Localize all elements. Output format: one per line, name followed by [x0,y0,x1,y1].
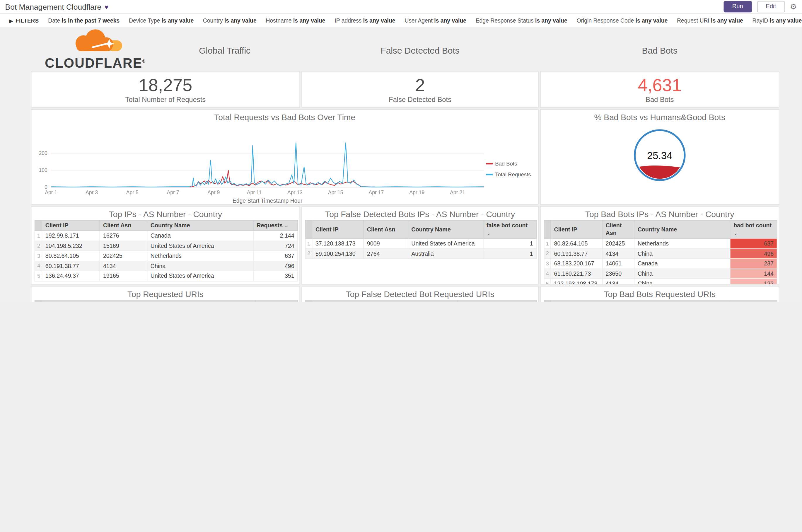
column-header[interactable]: Client Request URI Wrap [312,300,457,302]
column-header[interactable]: Client IP [551,220,602,239]
column-header[interactable]: bad bot count ⌄ [730,220,777,239]
column-header[interactable]: Client Request URI Wrap [42,300,255,302]
top-bar: Bot Management Cloudflare ♥ Run Edit ⚙ [0,0,802,14]
column-header[interactable]: false bot count ⌄ [458,300,536,302]
kpi-label: Total Number of Requests [31,96,299,104]
kpi-bad-bots: 4,631 Bad Bots [540,71,779,108]
tile-bad-ips: Top Bad Bots IPs - AS Number - Country C… [540,206,779,284]
table-false-ips: Client IPClient AsnCountry Namefalse bot… [302,220,538,259]
filter-bar: ▶FILTERS Dateis in the past 7 weeksDevic… [0,14,802,27]
filter-item[interactable]: User Agentis any value [404,17,466,23]
sort-caret-icon: ⌄ [733,231,738,236]
timeseries-chart-tile: Total Requests vs Bad Bots Over Time 010… [31,109,539,205]
chart-legend: Bad BotsTotal Requests [486,160,531,182]
dashboard: Bot Management Cloudflare ♥ Run Edit ⚙ ▶… [0,0,802,302]
svg-text:Apr 11: Apr 11 [247,190,262,195]
table-row: 5122.193.108.1734134China122 [544,279,777,284]
filter-item[interactable]: IP addressis any value [335,17,395,23]
table-row: 260.191.38.774134China496 [544,249,777,259]
column-header[interactable]: Country Name [408,220,483,239]
table-row: 2104.198.5.23215169United States of Amer… [35,241,298,251]
tile-false-uris: Top False Detected Bot Requested URIs Cl… [301,286,538,302]
filter-item[interactable]: Edge Response Statusis any value [476,17,567,23]
table-row: 368.183.200.16714061Canada237 [544,259,777,269]
table-false-uris: Client Request URI Wrapfalse bot count ⌄… [302,300,538,302]
svg-text:200: 200 [39,150,48,156]
table-row: 259.100.254.1302764Australia1 [306,249,536,259]
run-button[interactable]: Run [724,1,752,12]
gauge-tile: % Bad Bots vs Humans&Good Bots 25.34 [540,109,779,205]
svg-text:Apr 9: Apr 9 [207,190,220,195]
cloudflare-cloud-icon [64,28,126,54]
table-bad-ips: Client IPClient AsnCountry Namebad bot c… [541,220,779,284]
kpi-total-requests: 18,275 Total Number of Requests [31,71,300,108]
table-row: 380.82.64.105202425Netherlands637 [35,251,298,261]
filter-list: Dateis in the past 7 weeksDevice Typeis … [48,17,802,23]
tile-title: Top IPs - AS Number - Country [31,207,299,220]
section-title-false-bots: False Detected Bots [301,27,538,70]
tile-title: Top Bad Bots Requested URIs [541,286,779,300]
kpi-label: Bad Bots [541,96,779,104]
kpi-value: 18,275 [31,76,299,95]
gauge-title: % Bad Bots vs Humans&Good Bots [541,110,779,124]
table-row: 137.120.138.1739009United States of Amer… [306,239,536,248]
column-header[interactable]: false bot count ⌄ [483,220,536,239]
line-chart: 0100200Apr 1Apr 3Apr 5Apr 7Apr 9Apr 11Ap… [31,124,538,205]
column-header[interactable]: Client Asn [100,220,147,231]
column-header[interactable]: Requests ⌄ [253,220,298,231]
svg-text:Apr 1: Apr 1 [45,190,57,195]
filters-toggle[interactable]: ▶FILTERS [9,17,39,23]
tile-false-ips: Top False Detected Bots IPs - AS Number … [301,206,538,284]
kpi-value: 2 [302,76,538,95]
filter-item[interactable]: Origin Response Codeis any value [576,17,668,23]
column-header[interactable]: Client IP [312,220,363,239]
tile-top-ips: Top IPs - AS Number - Country Client IPC… [31,206,300,284]
table-row: 461.160.221.7323650China144 [544,269,777,279]
legend-item[interactable]: Bad Bots [486,160,531,166]
table-row: 460.191.38.774134China496 [35,261,298,271]
column-header[interactable]: Client Asn [363,220,408,239]
tile-title: Top Requested URIs [31,286,299,300]
tile-bad-uris: Top Bad Bots Requested URIs Client Reque… [540,286,779,302]
filter-item[interactable]: Request URIis any value [677,17,743,23]
legend-swatch-icon [486,163,492,164]
filter-item[interactable]: Dateis in the past 7 weeks [48,17,119,23]
sort-caret-icon: ⌄ [486,231,491,236]
kpi-false-detected-bots: 2 False Detected Bots [301,71,538,108]
column-header[interactable]: Requests ⌄ [255,300,298,302]
gauge-chart: 25.34 [631,126,689,184]
filter-item[interactable]: Device Typeis any value [129,17,194,23]
filter-item[interactable]: Hostnameis any value [266,17,325,23]
tile-title: Top False Detected Bots IPs - AS Number … [302,207,538,220]
gear-icon[interactable]: ⚙ [790,3,797,11]
tile-title: Top Bad Bots IPs - AS Number - Country [541,207,779,220]
tile-top-uris: Top Requested URIs Client Request URI Wr… [31,286,300,302]
svg-text:Apr 5: Apr 5 [126,190,138,195]
column-header[interactable]: Country Name [634,220,730,239]
sort-caret-icon: ⌄ [284,223,288,228]
column-header[interactable]: Client Asn [602,220,634,239]
table-top-ips: Client IPClient AsnCountry NameRequests … [31,220,299,281]
tile-title: Top False Detected Bot Requested URIs [302,286,538,300]
svg-text:Edge Start Timestamp Hour: Edge Start Timestamp Hour [233,197,303,204]
cloudflare-logo: CLOUDFLARE® [36,28,155,70]
svg-text:Apr 3: Apr 3 [85,190,98,195]
section-header-row: CLOUDFLARE® Global Traffic False Detecte… [31,27,802,70]
column-header[interactable]: Client IP [42,220,100,231]
filter-item[interactable]: RayIDis any value [752,17,802,23]
column-header[interactable]: Client Request URI Wrap [551,300,729,302]
column-header[interactable]: Country Name [147,220,253,231]
kpi-label: False Detected Bots [302,96,538,104]
svg-text:Apr 15: Apr 15 [328,190,343,195]
column-header[interactable]: bad bot count ⌄ [729,300,777,302]
table-row: 1192.99.8.17116276Canada2,144 [35,231,298,241]
filter-item[interactable]: Countryis any value [203,17,256,23]
legend-item[interactable]: Total Requests [486,171,531,177]
svg-text:100: 100 [39,167,48,173]
svg-text:Apr 17: Apr 17 [369,190,384,195]
chart-title: Total Requests vs Bad Bots Over Time [31,110,538,124]
svg-text:Apr 19: Apr 19 [409,190,424,195]
edit-button[interactable]: Edit [757,1,785,12]
heart-icon: ♥ [104,3,109,11]
svg-text:Apr 13: Apr 13 [287,190,303,195]
